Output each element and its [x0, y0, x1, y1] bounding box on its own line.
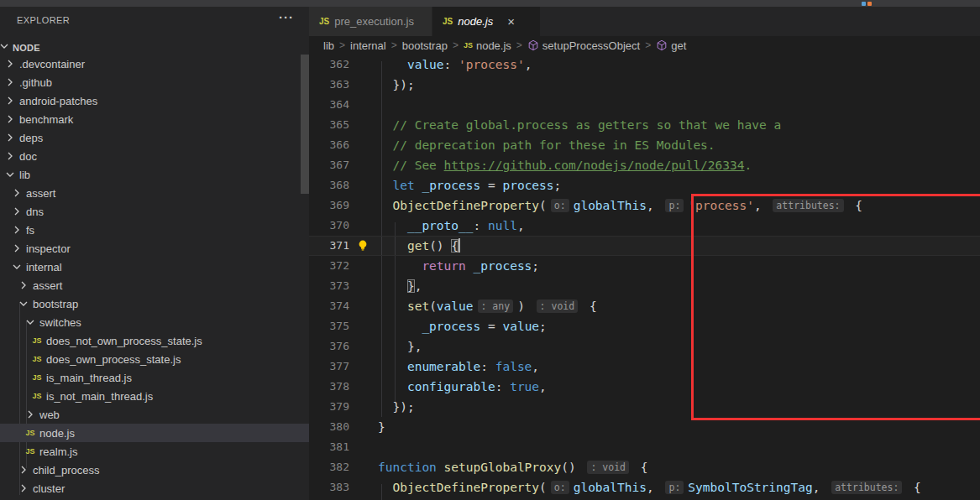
tree-item-benchmark[interactable]: benchmark	[0, 110, 309, 128]
breadcrumb-item-node.js[interactable]: JSnode.js	[464, 39, 511, 52]
code-line-369[interactable]: 369 ObjectDefineProperty(o:globalThis, p…	[309, 195, 980, 216]
line-number[interactable]: 381	[309, 437, 349, 457]
tree-item-lib[interactable]: lib	[0, 165, 309, 184]
breadcrumb-item-lib[interactable]: lib	[323, 39, 334, 52]
js-file-icon: JS	[24, 445, 37, 458]
line-number[interactable]: 379	[309, 397, 349, 417]
code-line-382[interactable]: 382function setupGlobalProxy() : void {	[309, 457, 980, 477]
tree-item-label: .github	[19, 76, 52, 89]
tree-item-switches[interactable]: switches	[0, 313, 309, 331]
code-line-381[interactable]: 381	[309, 437, 980, 457]
line-number[interactable]: 367	[309, 155, 349, 175]
line-number[interactable]: 373	[309, 276, 349, 296]
line-number[interactable]: 369	[309, 195, 349, 216]
tree-item-is_main_thread.js[interactable]: JSis_main_thread.js	[0, 368, 309, 387]
tree-item-.devcontainer[interactable]: .devcontainer	[0, 55, 309, 73]
lightbulb-icon[interactable]	[349, 236, 378, 256]
line-number[interactable]: 382	[309, 457, 349, 477]
glyph-margin	[349, 357, 378, 377]
tree-item-.github[interactable]: .github	[0, 73, 309, 91]
inlay-hint: : void	[537, 299, 579, 313]
code-line-374[interactable]: 374 set(value: any) : void {	[309, 296, 980, 316]
line-number[interactable]: 376	[309, 336, 349, 357]
code-token: _process	[474, 259, 532, 273]
line-number[interactable]: 366	[309, 135, 349, 155]
code-line-365[interactable]: 365 // Create global.process as getters …	[309, 115, 980, 135]
code-line-371[interactable]: 371 get() {	[309, 236, 980, 256]
line-number[interactable]: 375	[309, 316, 349, 336]
glyph-margin	[349, 276, 378, 296]
line-number[interactable]: 363	[309, 75, 349, 95]
tree-item-deps[interactable]: deps	[0, 128, 309, 147]
sidebar-scrollbar[interactable]	[301, 55, 309, 194]
line-number[interactable]: 365	[309, 115, 349, 135]
tab-pre_execution[interactable]: JS pre_execution.js	[309, 7, 432, 36]
tree-item-realm.js[interactable]: JSrealm.js	[0, 442, 309, 461]
code-line-378[interactable]: 378 configurable: true,	[309, 377, 980, 397]
inlay-hint: p:	[665, 199, 684, 212]
code-line-379[interactable]: 379 });	[309, 397, 980, 417]
tree-item-assert[interactable]: assert	[0, 184, 309, 202]
code-token: value	[437, 299, 474, 313]
line-number[interactable]: 380	[309, 417, 349, 437]
code-editor[interactable]: 362 value: 'process',363 });364365 // Cr…	[309, 55, 980, 500]
tree-item-doc[interactable]: doc	[0, 147, 309, 165]
js-file-icon: JS	[30, 371, 44, 384]
chevron-right-icon	[3, 94, 17, 107]
tree-item-inspector[interactable]: inspector	[0, 239, 309, 258]
breadcrumb-item-get[interactable]: get	[656, 39, 686, 52]
glyph-margin	[349, 216, 378, 236]
tree-item-android-patches[interactable]: android-patches	[0, 91, 309, 110]
tree-item-fs[interactable]: fs	[0, 221, 309, 239]
breadcrumb-item-setupProcessObject[interactable]: setupProcessObject	[527, 39, 640, 52]
line-number[interactable]: 368	[309, 175, 349, 195]
tree-item-internal[interactable]: internal	[0, 258, 309, 276]
breadcrumb-item-internal[interactable]: internal	[350, 39, 386, 52]
comment-link[interactable]: https://github.com/nodejs/node/pull/2633…	[444, 159, 745, 172]
line-number[interactable]: 374	[309, 296, 349, 316]
code-token: _process	[422, 179, 480, 192]
code-line-375[interactable]: 375 _process = value;	[309, 316, 980, 336]
code-line-372[interactable]: 372 return _process;	[309, 256, 980, 276]
tree-item-does_own_process_state.js[interactable]: JSdoes_own_process_state.js	[0, 350, 309, 368]
line-number[interactable]: 372	[309, 256, 349, 276]
tree-item-node.js[interactable]: JSnode.js	[0, 424, 309, 442]
code-token: ;	[532, 259, 539, 273]
code-line-370[interactable]: 370 __proto__: null,	[309, 216, 980, 236]
tree-item-web[interactable]: web	[0, 405, 309, 424]
code-text: __proto__: null,	[378, 216, 525, 236]
code-line-373[interactable]: 373 },	[309, 276, 980, 296]
code-line-367[interactable]: 367 // See https://github.com/nodejs/nod…	[309, 155, 980, 175]
code-line-383[interactable]: 383 ObjectDefineProperty(o:globalThis, p…	[309, 477, 980, 497]
code-line-362[interactable]: 362 value: 'process',	[309, 55, 980, 75]
code-token	[378, 320, 422, 333]
code-token	[378, 58, 407, 71]
line-number[interactable]: 378	[309, 377, 349, 397]
breadcrumb-item-bootstrap[interactable]: bootstrap	[402, 39, 448, 52]
code-line-376[interactable]: 376 },	[309, 336, 980, 357]
tab-label: node.js	[458, 15, 493, 28]
line-number[interactable]: 377	[309, 357, 349, 377]
code-line-364[interactable]: 364	[309, 95, 980, 115]
line-number[interactable]: 362	[309, 55, 349, 75]
code-line-366[interactable]: 366 // deprecation path for these in ES …	[309, 135, 980, 155]
code-line-380[interactable]: 380}	[309, 417, 980, 437]
line-number[interactable]: 371	[309, 236, 349, 256]
more-actions-icon[interactable]: ···	[279, 10, 294, 24]
code-line-363[interactable]: 363 });	[309, 75, 980, 95]
tree-item-child_process[interactable]: child_process	[0, 461, 309, 479]
tree-item-cluster[interactable]: cluster	[0, 479, 309, 497]
line-number[interactable]: 370	[309, 216, 349, 236]
tree-item-bootstrap[interactable]: bootstrap	[0, 294, 309, 313]
line-number[interactable]: 364	[309, 95, 349, 115]
code-line-368[interactable]: 368 let _process = process;	[309, 175, 980, 195]
tree-item-is_not_main_thread.js[interactable]: JSis_not_main_thread.js	[0, 387, 309, 405]
tree-item-does_not_own_process_state.js[interactable]: JSdoes_not_own_process_state.js	[0, 331, 309, 350]
close-icon[interactable]: ×	[505, 14, 517, 29]
line-number[interactable]: 383	[309, 477, 349, 497]
tree-item-dns[interactable]: dns	[0, 202, 309, 221]
tab-node[interactable]: JS node.js ×	[432, 7, 540, 36]
glyph-margin	[349, 135, 378, 155]
code-line-377[interactable]: 377 enumerable: false,	[309, 357, 980, 377]
tree-item-assert[interactable]: assert	[0, 276, 309, 294]
